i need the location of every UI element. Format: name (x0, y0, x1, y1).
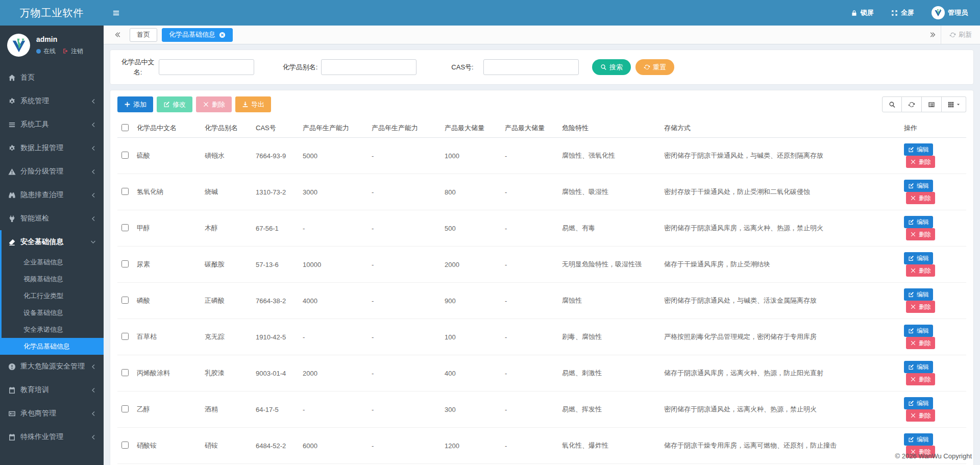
cell-hazard: 无明显危险特性，吸湿性强 (558, 247, 660, 283)
cell-storage-method: 密闭储存于阴凉通风处，与碱类、活泼金属隔离存放 (660, 283, 900, 319)
sidebar-item-contractor-mgmt[interactable]: 承包商管理 (0, 402, 104, 425)
row-checkbox[interactable] (121, 188, 129, 195)
cell-annual-capacity-2: - (368, 174, 440, 210)
row-delete-button[interactable]: 删除 (906, 228, 935, 240)
cell-annual-capacity-2: - (368, 355, 440, 391)
x-icon (910, 159, 916, 165)
tab-close-button[interactable] (219, 32, 226, 38)
edit-icon (908, 219, 914, 225)
select-all-checkbox[interactable] (121, 124, 129, 131)
row-checkbox[interactable] (121, 260, 129, 267)
cell-chemical-name: 丙烯酸涂料 (133, 355, 201, 391)
sidebar-subitem-safety-commitment[interactable]: 安全承诺信息 (2, 321, 104, 338)
refresh-tab-button[interactable]: 刷新 (941, 26, 980, 44)
sidebar-subitem-enterprise-info[interactable]: 企业基础信息 (2, 254, 104, 271)
cell-cas-number: 67-56-1 (252, 210, 299, 247)
table-columns-button[interactable] (942, 96, 966, 112)
row-checkbox[interactable] (121, 442, 129, 449)
tabs-scroll-left-button[interactable] (110, 26, 125, 44)
sidebar-item-system-mgmt[interactable]: 系统管理 (0, 89, 104, 113)
sidebar-subitem-chemical-basic-info[interactable]: 化学品基础信息 (2, 338, 104, 355)
sidebar-item-smart-inspection[interactable]: 智能巡检 (0, 207, 104, 230)
sidebar-item-hidden-danger[interactable]: 隐患排查治理 (0, 183, 104, 207)
row-checkbox[interactable] (121, 152, 129, 159)
row-delete-button[interactable]: 删除 (906, 409, 935, 422)
search-panel: 化学品中文名: 化学品别名: CAS号: 搜索 重置 (110, 50, 974, 85)
sidebar-item-safety-basic-info[interactable]: 安全基础信息 (2, 230, 104, 254)
row-checkbox[interactable] (121, 224, 129, 231)
row-edit-button[interactable]: 编辑 (904, 288, 933, 301)
cell-chemical-alias: 烧碱 (201, 174, 252, 210)
tab-home[interactable]: 首页 (130, 28, 157, 42)
delete-button[interactable]: 删除 (196, 96, 232, 112)
cell-hazard: 剧毒、腐蚀性 (558, 319, 660, 355)
reset-button[interactable]: 重置 (635, 59, 674, 75)
sidebar-item-major-hazard[interactable]: 重大危险源安全管理 (0, 355, 104, 378)
row-checkbox[interactable] (121, 369, 129, 376)
search-button[interactable]: 搜索 (592, 59, 631, 75)
fullscreen-button[interactable]: 全屏 (891, 8, 914, 17)
row-edit-button[interactable]: 编辑 (904, 252, 933, 264)
tab-chemical-basic-info[interactable]: 化学品基础信息 (162, 28, 233, 42)
chemical-name-input[interactable] (159, 59, 254, 75)
lock-icon (851, 10, 857, 16)
calendar-icon (8, 433, 16, 441)
cell-cas-number: 7664-38-2 (252, 283, 299, 319)
edit-icon (908, 255, 914, 261)
table-search-toggle-button[interactable] (882, 96, 902, 112)
cas-number-input[interactable] (483, 59, 579, 75)
cell-hazard: 易燃、有毒 (558, 210, 660, 247)
sidebar-item-risk-grading[interactable]: 分险分级管理 (0, 160, 104, 183)
grid-icon (947, 101, 954, 108)
cell-max-storage-2: - (501, 355, 558, 391)
sidebar-item-special-operations[interactable]: 特殊作业管理 (0, 425, 104, 449)
table-refresh-button[interactable] (902, 96, 922, 112)
row-delete-button[interactable]: 删除 (906, 337, 935, 349)
sidebar-subitem-chem-industry-type[interactable]: 化工行业类型 (2, 287, 104, 304)
cell-cas-number: 9003-01-4 (252, 355, 299, 391)
hamburger-icon (112, 9, 120, 17)
tabs-scroll-right-button[interactable] (925, 26, 941, 44)
sidebar-subitem-video-info[interactable]: 视频基础信息 (2, 271, 104, 287)
sidebar-item-system-tools[interactable]: 系统工具 (0, 113, 104, 136)
row-edit-button[interactable]: 编辑 (904, 143, 933, 156)
row-delete-button[interactable]: 删除 (906, 192, 935, 204)
sidebar-item-data-report[interactable]: 数据上报管理 (0, 136, 104, 160)
row-delete-button[interactable]: 删除 (906, 301, 935, 313)
cell-chemical-alias: 磺镪水 (201, 138, 252, 174)
row-delete-button[interactable]: 删除 (906, 156, 935, 168)
close-circle-icon (219, 32, 226, 38)
sidebar-item-home[interactable]: 首页 (0, 66, 104, 89)
chevron-left-icon (90, 215, 96, 222)
modify-button[interactable]: 修改 (157, 96, 192, 112)
chemical-alias-input[interactable] (321, 59, 416, 75)
edit-icon (163, 101, 170, 108)
table-toggle-view-button[interactable] (922, 96, 942, 112)
row-checkbox[interactable] (121, 297, 129, 304)
row-edit-button[interactable]: 编辑 (904, 180, 933, 192)
row-edit-button[interactable]: 编辑 (904, 325, 933, 337)
add-button[interactable]: 添加 (117, 96, 153, 112)
row-edit-button[interactable]: 编辑 (904, 216, 933, 228)
cell-max-storage-2: - (501, 319, 558, 355)
cell-max-storage-2: - (501, 247, 558, 283)
cell-cas-number: 1310-73-2 (252, 174, 299, 210)
logout-link[interactable]: 注销 (71, 47, 83, 56)
row-checkbox[interactable] (121, 405, 129, 412)
row-edit-button[interactable]: 编辑 (904, 433, 933, 446)
row-checkbox[interactable] (121, 333, 129, 340)
cell-annual-capacity-2: - (368, 391, 440, 428)
row-delete-button[interactable]: 删除 (906, 264, 935, 277)
cell-storage-method: 储存于干燥通风库房，防止受潮结块 (660, 247, 900, 283)
export-button[interactable]: 导出 (235, 96, 271, 112)
sidebar-menu: 首页 系统管理 系统工具 数据上报管理 分险分级管理 隐患排查治理 (0, 66, 104, 449)
row-edit-button[interactable]: 编辑 (904, 361, 933, 373)
row-delete-button[interactable]: 删除 (906, 373, 935, 385)
user-menu[interactable]: 管理员 (932, 6, 968, 19)
sidebar-toggle-button[interactable] (104, 0, 128, 26)
lock-screen-button[interactable]: 锁屏 (851, 8, 874, 17)
sidebar-subitem-equipment-info[interactable]: 设备基础信息 (2, 304, 104, 321)
eraser-icon (8, 238, 16, 246)
sidebar-item-education-training[interactable]: 教育培训 (0, 378, 104, 402)
row-edit-button[interactable]: 编辑 (904, 397, 933, 409)
